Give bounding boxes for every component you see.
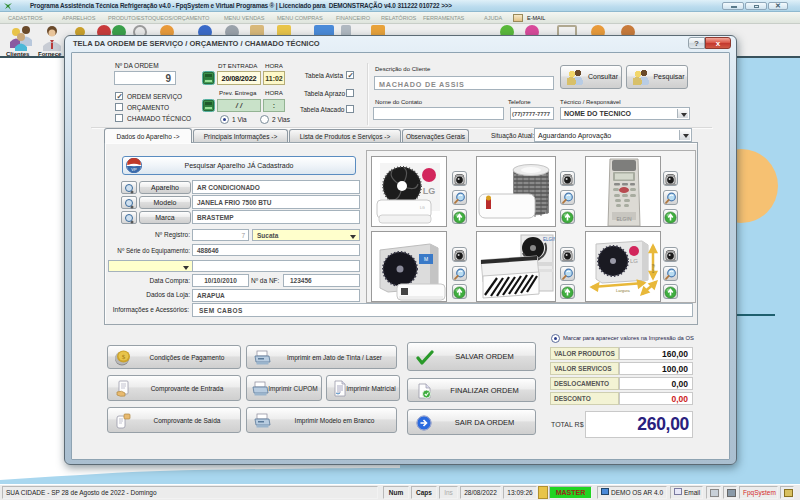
svg-text:LG: LG — [420, 206, 425, 210]
svg-text:VP: VP — [131, 167, 137, 172]
svg-text:LG: LG — [630, 258, 638, 264]
svg-text:ELGIN: ELGIN — [543, 237, 556, 242]
svg-text:$: $ — [122, 353, 126, 361]
svg-text:Largura: Largura — [616, 288, 631, 293]
svg-text:ELGIN: ELGIN — [616, 216, 631, 222]
svg-text:M: M — [424, 256, 428, 262]
svg-text:Altura: Altura — [651, 264, 655, 273]
svg-text:LG: LG — [423, 186, 436, 196]
